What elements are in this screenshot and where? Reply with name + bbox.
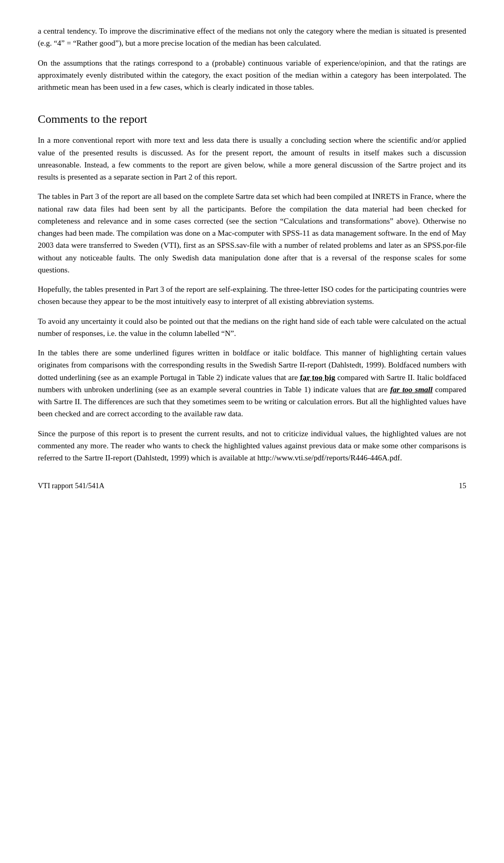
footer-right: 15 [459,482,466,490]
paragraph-4: The tables in Part 3 of the report are a… [38,191,466,276]
paragraph-1: a central tendency. To improve the discr… [38,25,466,50]
paragraph-3: In a more conventional report with more … [38,134,466,183]
paragraph-6: To avoid any uncertainty it could also b… [38,315,466,340]
paragraph-2: On the assumptions that the ratings corr… [38,57,466,94]
section-heading-comments: Comments to the report [38,112,466,126]
page-container: a central tendency. To improve the discr… [0,0,504,509]
para7-underline-1: far too big [300,373,335,382]
paragraph-7: In the tables there are some underlined … [38,347,466,420]
footer-left: VTI rapport 541/541A [38,482,104,490]
page-footer: VTI rapport 541/541A 15 [38,482,466,490]
paragraph-5: Hopefully, the tables presented in Part … [38,283,466,308]
paragraph-8: Since the purpose of this report is to p… [38,428,466,465]
para7-underline-2: far too small [390,385,433,394]
